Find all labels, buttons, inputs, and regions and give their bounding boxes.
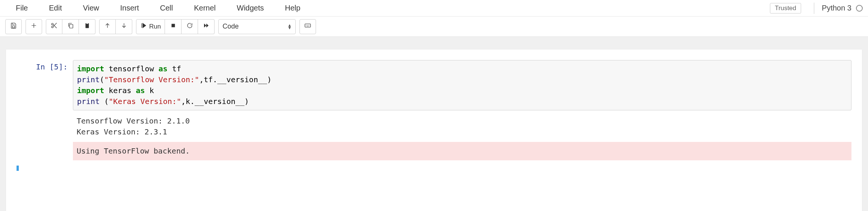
command-palette-button[interactable]	[299, 19, 316, 34]
cell-body: import tensorflow as tf print("Tensorflo…	[73, 60, 851, 160]
paste-icon	[84, 22, 91, 31]
code-input[interactable]: import tensorflow as tf print("Tensorflo…	[73, 60, 851, 110]
keyboard-icon	[304, 22, 311, 31]
menu-insert[interactable]: Insert	[110, 0, 150, 16]
stdout-output: Tensorflow Version: 2.1.0 Keras Version:…	[73, 110, 851, 141]
code-cell[interactable]: In [5]: import tensorflow as tf print("T…	[17, 60, 851, 160]
cell-type-select[interactable]: Code ▲▼	[218, 19, 296, 34]
kernel-name[interactable]: Python 3	[822, 4, 851, 12]
menu-cell[interactable]: Cell	[150, 0, 183, 16]
fast-forward-icon	[203, 22, 210, 31]
menu-help[interactable]: Help	[274, 0, 311, 16]
toolbar: Run Code ▲▼	[0, 17, 868, 37]
copy-icon	[67, 22, 74, 31]
stderr-output: Using TensorFlow backend.	[73, 142, 851, 160]
svg-rect-4	[85, 23, 89, 28]
divider	[814, 3, 814, 14]
arrow-up-icon	[104, 22, 111, 31]
menu-items: File Edit View Insert Cell Kernel Widget…	[5, 0, 311, 16]
arrow-down-icon	[121, 22, 127, 31]
plus-icon	[30, 22, 37, 31]
menu-widgets[interactable]: Widgets	[226, 0, 274, 16]
insert-cell-button[interactable]	[26, 19, 42, 34]
selected-cell-indicator[interactable]	[17, 166, 851, 171]
move-down-button[interactable]	[116, 19, 132, 34]
menu-edit[interactable]: Edit	[38, 0, 72, 16]
save-icon	[10, 22, 17, 31]
chevron-up-down-icon: ▲▼	[287, 24, 292, 29]
move-up-button[interactable]	[99, 19, 116, 34]
restart-button[interactable]	[181, 19, 198, 34]
menu-kernel[interactable]: Kernel	[183, 0, 226, 16]
svg-rect-3	[70, 24, 73, 28]
run-icon	[140, 22, 147, 31]
svg-rect-0	[12, 26, 15, 28]
menubar: File Edit View Insert Cell Kernel Widget…	[0, 0, 868, 17]
svg-rect-5	[86, 23, 88, 24]
restart-run-all-button[interactable]	[198, 19, 215, 34]
input-prompt: In [5]:	[17, 60, 73, 160]
notebook: In [5]: import tensorflow as tf print("T…	[6, 50, 862, 211]
restart-icon	[186, 22, 193, 31]
menu-file[interactable]: File	[5, 0, 38, 16]
interrupt-button[interactable]	[165, 19, 181, 34]
paste-button[interactable]	[79, 19, 95, 34]
cell-type-value: Code	[222, 23, 239, 30]
stop-icon	[170, 22, 177, 31]
kernel-idle-icon	[856, 5, 863, 12]
copy-button[interactable]	[62, 19, 79, 34]
cut-button[interactable]	[46, 19, 62, 34]
svg-rect-7	[305, 24, 311, 27]
trusted-badge[interactable]: Trusted	[770, 3, 801, 14]
menu-view[interactable]: View	[73, 0, 110, 16]
page-background: In [5]: import tensorflow as tf print("T…	[0, 37, 868, 211]
save-button[interactable]	[5, 19, 22, 34]
run-button[interactable]: Run	[136, 19, 165, 34]
run-label: Run	[149, 23, 161, 30]
scissors-icon	[51, 22, 57, 31]
svg-rect-6	[171, 24, 175, 27]
